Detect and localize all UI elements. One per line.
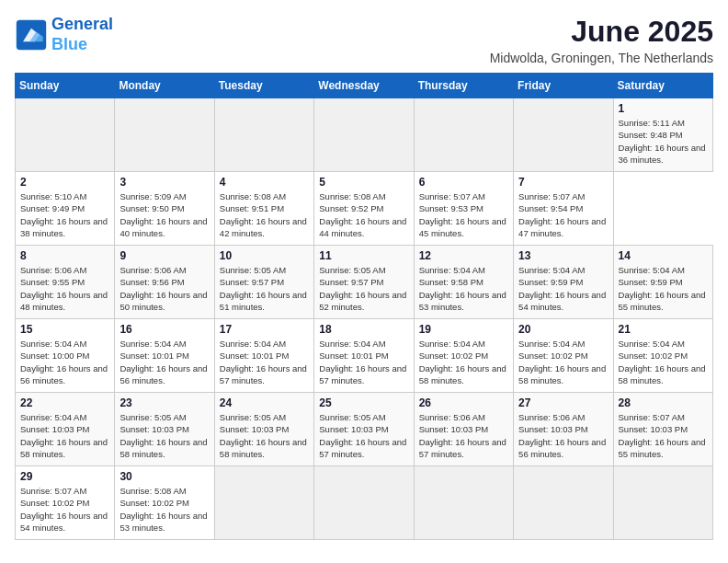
day-cell-17: 17Sunrise: 5:04 AMSunset: 10:01 PMDaylig… [214, 319, 313, 393]
day-number-26: 26 [419, 396, 508, 409]
logo: General Blue [15, 15, 113, 54]
day-info-24: Sunrise: 5:05 AMSunset: 10:03 PMDaylight… [220, 411, 309, 460]
empty-cell [214, 466, 313, 540]
day-cell-8: 8Sunrise: 5:06 AMSunset: 9:55 PMDaylight… [16, 246, 115, 319]
day-cell-2: 2Sunrise: 5:10 AMSunset: 9:49 PMDaylight… [16, 172, 115, 246]
header-friday: Friday [514, 74, 613, 98]
day-cell-21: 21Sunrise: 5:04 AMSunset: 10:02 PMDaylig… [613, 319, 712, 393]
day-number-8: 8 [20, 249, 109, 262]
week-row-5: 22Sunrise: 5:04 AMSunset: 10:03 PMDaylig… [16, 393, 713, 466]
day-info-26: Sunrise: 5:06 AMSunset: 10:03 PMDaylight… [419, 411, 508, 460]
day-number-1: 1 [619, 102, 708, 115]
day-info-17: Sunrise: 5:04 AMSunset: 10:01 PMDaylight… [220, 338, 309, 386]
day-info-4: Sunrise: 5:08 AMSunset: 9:51 PMDaylight:… [220, 190, 309, 239]
day-info-27: Sunrise: 5:06 AMSunset: 10:03 PMDaylight… [518, 411, 608, 460]
header-thursday: Thursday [414, 74, 513, 98]
day-cell-15: 15Sunrise: 5:04 AMSunset: 10:00 PMDaylig… [16, 319, 115, 393]
day-number-16: 16 [119, 323, 209, 336]
location-subtitle: Midwolda, Groningen, The Netherlands [490, 51, 713, 65]
day-number-14: 14 [619, 249, 708, 262]
day-number-5: 5 [319, 176, 408, 189]
day-info-29: Sunrise: 5:07 AMSunset: 10:02 PMDaylight… [20, 485, 109, 534]
day-cell-23: 23Sunrise: 5:05 AMSunset: 10:03 PMDaylig… [115, 393, 214, 466]
day-cell-3: 3Sunrise: 5:09 AMSunset: 9:50 PMDaylight… [115, 172, 214, 246]
empty-cell [613, 466, 712, 540]
day-cell-19: 19Sunrise: 5:04 AMSunset: 10:02 PMDaylig… [414, 319, 513, 393]
day-info-28: Sunrise: 5:07 AMSunset: 10:03 PMDaylight… [619, 411, 708, 460]
week-row-2: 2Sunrise: 5:10 AMSunset: 9:49 PMDaylight… [16, 172, 713, 246]
day-info-21: Sunrise: 5:04 AMSunset: 10:02 PMDaylight… [619, 338, 708, 386]
day-info-16: Sunrise: 5:04 AMSunset: 10:01 PMDaylight… [119, 338, 209, 386]
header-wednesday: Wednesday [314, 74, 414, 98]
empty-cell [115, 98, 214, 172]
day-number-3: 3 [119, 176, 209, 189]
day-number-30: 30 [119, 470, 209, 483]
page-header: General Blue June 2025 Midwolda, Groning… [15, 15, 713, 65]
day-cell-28: 28Sunrise: 5:07 AMSunset: 10:03 PMDaylig… [613, 393, 712, 466]
day-number-6: 6 [419, 176, 508, 189]
day-info-2: Sunrise: 5:10 AMSunset: 9:49 PMDaylight:… [20, 190, 109, 239]
calendar-header-row: SundayMondayTuesdayWednesdayThursdayFrid… [16, 74, 713, 98]
day-cell-22: 22Sunrise: 5:04 AMSunset: 10:03 PMDaylig… [16, 393, 115, 466]
day-cell-24: 24Sunrise: 5:05 AMSunset: 10:03 PMDaylig… [214, 393, 313, 466]
day-number-19: 19 [419, 323, 508, 336]
day-cell-16: 16Sunrise: 5:04 AMSunset: 10:01 PMDaylig… [115, 319, 214, 393]
day-number-12: 12 [419, 249, 508, 262]
title-block: June 2025 Midwolda, Groningen, The Nethe… [490, 15, 713, 65]
day-info-11: Sunrise: 5:05 AMSunset: 9:57 PMDaylight:… [319, 264, 408, 313]
day-number-29: 29 [20, 470, 109, 483]
day-number-21: 21 [619, 323, 708, 336]
day-info-23: Sunrise: 5:05 AMSunset: 10:03 PMDaylight… [119, 411, 209, 460]
day-cell-25: 25Sunrise: 5:05 AMSunset: 10:03 PMDaylig… [314, 393, 414, 466]
day-number-20: 20 [518, 323, 608, 336]
day-cell-9: 9Sunrise: 5:06 AMSunset: 9:56 PMDaylight… [115, 246, 214, 319]
day-info-6: Sunrise: 5:07 AMSunset: 9:53 PMDaylight:… [419, 190, 508, 239]
day-number-9: 9 [119, 249, 209, 262]
empty-cell [314, 466, 414, 540]
day-number-15: 15 [20, 323, 109, 336]
day-number-25: 25 [319, 396, 408, 409]
day-info-7: Sunrise: 5:07 AMSunset: 9:54 PMDaylight:… [518, 190, 608, 239]
empty-cell [414, 466, 513, 540]
day-number-27: 27 [518, 396, 608, 409]
day-number-13: 13 [518, 249, 608, 262]
calendar-table: SundayMondayTuesdayWednesdayThursdayFrid… [15, 73, 713, 540]
day-cell-27: 27Sunrise: 5:06 AMSunset: 10:03 PMDaylig… [514, 393, 613, 466]
day-number-28: 28 [619, 396, 708, 409]
day-info-22: Sunrise: 5:04 AMSunset: 10:03 PMDaylight… [20, 411, 109, 460]
empty-cell [314, 98, 414, 172]
day-info-5: Sunrise: 5:08 AMSunset: 9:52 PMDaylight:… [319, 190, 408, 239]
logo-text: General Blue [51, 15, 113, 54]
day-info-3: Sunrise: 5:09 AMSunset: 9:50 PMDaylight:… [119, 190, 209, 239]
day-info-19: Sunrise: 5:04 AMSunset: 10:02 PMDaylight… [419, 338, 508, 386]
day-number-24: 24 [220, 396, 309, 409]
day-cell-20: 20Sunrise: 5:04 AMSunset: 10:02 PMDaylig… [514, 319, 613, 393]
day-cell-1: 1Sunrise: 5:11 AMSunset: 9:48 PMDaylight… [613, 98, 712, 172]
day-info-20: Sunrise: 5:04 AMSunset: 10:02 PMDaylight… [518, 338, 608, 386]
day-number-4: 4 [220, 176, 309, 189]
day-cell-5: 5Sunrise: 5:08 AMSunset: 9:52 PMDaylight… [314, 172, 414, 246]
day-info-18: Sunrise: 5:04 AMSunset: 10:01 PMDaylight… [319, 338, 408, 386]
week-row-4: 15Sunrise: 5:04 AMSunset: 10:00 PMDaylig… [16, 319, 713, 393]
day-cell-18: 18Sunrise: 5:04 AMSunset: 10:01 PMDaylig… [314, 319, 414, 393]
day-info-9: Sunrise: 5:06 AMSunset: 9:56 PMDaylight:… [119, 264, 209, 313]
header-saturday: Saturday [613, 74, 712, 98]
day-info-30: Sunrise: 5:08 AMSunset: 10:02 PMDaylight… [119, 485, 209, 534]
day-info-25: Sunrise: 5:05 AMSunset: 10:03 PMDaylight… [319, 411, 408, 460]
day-cell-7: 7Sunrise: 5:07 AMSunset: 9:54 PMDaylight… [514, 172, 613, 246]
header-monday: Monday [115, 74, 214, 98]
day-number-18: 18 [319, 323, 408, 336]
header-tuesday: Tuesday [214, 74, 313, 98]
day-cell-4: 4Sunrise: 5:08 AMSunset: 9:51 PMDaylight… [214, 172, 313, 246]
logo-icon [15, 18, 48, 52]
day-number-7: 7 [518, 176, 608, 189]
week-row-3: 8Sunrise: 5:06 AMSunset: 9:55 PMDaylight… [16, 246, 713, 319]
day-info-13: Sunrise: 5:04 AMSunset: 9:59 PMDaylight:… [518, 264, 608, 313]
day-info-14: Sunrise: 5:04 AMSunset: 9:59 PMDaylight:… [619, 264, 708, 313]
day-cell-26: 26Sunrise: 5:06 AMSunset: 10:03 PMDaylig… [414, 393, 513, 466]
day-cell-6: 6Sunrise: 5:07 AMSunset: 9:53 PMDaylight… [414, 172, 513, 246]
empty-cell [514, 466, 613, 540]
day-number-2: 2 [20, 176, 109, 189]
empty-cell [514, 98, 613, 172]
day-cell-11: 11Sunrise: 5:05 AMSunset: 9:57 PMDayligh… [314, 246, 414, 319]
